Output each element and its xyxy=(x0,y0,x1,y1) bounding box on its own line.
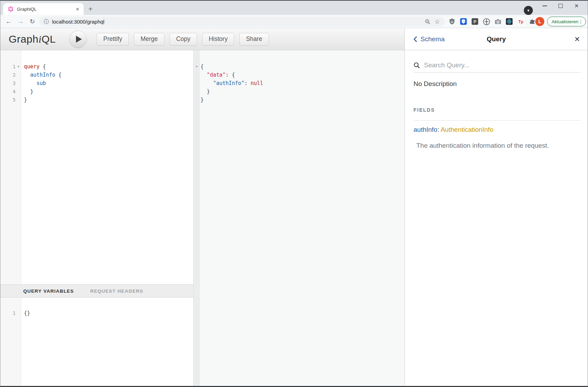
tab-close-icon[interactable]: ✕ xyxy=(76,7,79,12)
field-description: The authentication information of the re… xyxy=(416,142,581,149)
tp-extension-icon[interactable]: Tp xyxy=(517,17,525,26)
doc-field-list: authInfo: AuthenticationInfoThe authenti… xyxy=(414,126,581,158)
field-name-link[interactable]: authInfo xyxy=(414,126,437,133)
code-line: 5} xyxy=(0,96,193,104)
history-button[interactable]: History xyxy=(202,33,234,45)
copy-button[interactable]: Copy xyxy=(170,33,197,45)
url-text[interactable]: localhost:3000/graphql xyxy=(52,19,425,25)
browser-tab-graphiql[interactable]: GraphiQL ✕ xyxy=(3,3,84,15)
code-text: "data": { xyxy=(201,72,235,78)
window-minimize-button[interactable] xyxy=(539,1,551,11)
tab-search-button[interactable]: ▾ xyxy=(524,6,533,15)
graphiql-app: GraphiQL PrettifyMergeCopyHistoryShare 1… xyxy=(0,28,588,386)
tab-request-headers[interactable]: REQUEST HEADERS xyxy=(90,289,143,294)
doc-search-input[interactable] xyxy=(424,61,581,69)
code-line: ▾{ xyxy=(194,62,404,71)
execute-query-button[interactable] xyxy=(69,31,87,48)
query-editor[interactable]: 1▾query {2 authInfo {3 sub4 }5} xyxy=(0,50,193,284)
graphiql-topbar: GraphiQL PrettifyMergeCopyHistoryShare xyxy=(0,28,404,50)
code-line: 3 sub xyxy=(0,79,193,87)
letter-p-extension-icon[interactable]: P xyxy=(471,17,479,26)
line-number: 5 xyxy=(0,97,16,103)
site-info-icon[interactable]: ⓘ xyxy=(44,18,49,25)
line-number: 3 xyxy=(0,80,16,86)
code-text: } xyxy=(24,97,27,103)
address-bar[interactable]: ⓘ localhost:3000/graphql ☆ xyxy=(39,17,445,26)
forward-button[interactable]: → xyxy=(15,15,26,28)
doc-fields-header: FIELDS xyxy=(414,107,435,113)
ublock-shield-icon[interactable]: U xyxy=(448,17,456,26)
line-number: 2 xyxy=(0,72,16,78)
doc-explorer-header: Schema Query ✕ xyxy=(405,28,588,50)
share-button[interactable]: Share xyxy=(239,33,269,45)
svg-text:P: P xyxy=(474,19,476,24)
tab-query-variables[interactable]: QUERY VARIABLES xyxy=(23,289,74,294)
kebab-menu-icon[interactable]: ⋮ xyxy=(578,19,583,24)
bitwarden-shield-icon[interactable] xyxy=(459,17,468,26)
react-devtools-icon[interactable] xyxy=(505,17,513,26)
graphiql-logo: GraphiQL xyxy=(9,33,56,45)
code-text: {} xyxy=(24,310,30,316)
code-line: 4 } xyxy=(0,87,193,96)
code-text: query { xyxy=(24,63,46,70)
close-icon: ✕ xyxy=(574,3,579,9)
line-number: 1 xyxy=(0,310,16,316)
chevron-down-icon: ▾ xyxy=(527,8,529,13)
line-number: 1 xyxy=(0,64,16,69)
fold-arrow-icon[interactable]: ▾ xyxy=(16,62,21,71)
query-variables-editor[interactable]: 1{} xyxy=(0,298,193,386)
play-icon xyxy=(76,36,82,43)
code-line: } xyxy=(194,96,404,104)
browser-toolbar: ← → ↻ ⓘ localhost:3000/graphql ☆ UPTp L … xyxy=(0,15,588,28)
back-button[interactable]: ← xyxy=(3,15,14,28)
code-line: "authInfo": null xyxy=(194,79,404,87)
svg-text:Tp: Tp xyxy=(518,19,523,24)
window-maximize-button[interactable] xyxy=(555,1,566,11)
camera-icon[interactable] xyxy=(494,17,502,26)
fold-arrow-icon[interactable]: ▾ xyxy=(194,62,200,71)
doc-field-entry: authInfo: AuthenticationInfoThe authenti… xyxy=(414,126,581,149)
doc-close-button[interactable]: ✕ xyxy=(574,28,580,50)
doc-explorer-panel: Schema Query ✕ No Description FIELDS aut… xyxy=(404,28,588,386)
doc-fields-divider xyxy=(414,120,581,121)
update-label: Aktualisieren xyxy=(552,19,578,24)
doc-title: Query xyxy=(405,28,588,50)
merge-button[interactable]: Merge xyxy=(134,33,164,45)
code-line: "data": { xyxy=(194,71,404,79)
code-text: { xyxy=(201,63,204,70)
field-type-link[interactable]: AuthenticationInfo xyxy=(441,126,493,133)
code-line: 1{} xyxy=(0,309,193,317)
code-line: 1▾query { xyxy=(0,62,193,71)
extensions-row: UPTp xyxy=(448,15,536,28)
browser-update-button[interactable]: Aktualisieren ⋮ xyxy=(547,17,586,26)
code-line: } xyxy=(194,87,404,96)
toolbar-buttons: PrettifyMergeCopyHistoryShare xyxy=(97,33,269,45)
reload-button[interactable]: ↻ xyxy=(27,15,37,28)
profile-avatar[interactable]: L xyxy=(535,17,544,26)
code-text: } xyxy=(201,88,210,95)
new-tab-button[interactable]: + xyxy=(86,4,95,14)
window-close-button[interactable]: ✕ xyxy=(571,1,582,11)
doc-no-description: No Description xyxy=(414,80,457,88)
line-number: 4 xyxy=(0,89,16,94)
zoom-icon[interactable] xyxy=(425,19,431,25)
bookmark-star-icon[interactable]: ☆ xyxy=(435,18,440,25)
code-text: authInfo { xyxy=(24,72,61,78)
browser-window: GraphiQL ✕ + ▾ ✕ ← → ↻ ⓘ localhost:3000/… xyxy=(0,0,588,387)
doc-search xyxy=(414,58,581,72)
search-icon xyxy=(414,62,420,69)
svg-text:U: U xyxy=(451,20,453,24)
tab-title: GraphiQL xyxy=(17,7,76,12)
result-viewer: ▾{ "data": { "authInfo": null }} xyxy=(193,50,404,386)
tab-strip: GraphiQL ✕ + ▾ ✕ xyxy=(0,1,588,15)
code-text: } xyxy=(24,88,33,95)
move-crosshair-icon[interactable] xyxy=(482,17,491,26)
graphql-favicon-icon xyxy=(8,6,14,12)
minimize-icon xyxy=(543,6,547,6)
prettify-button[interactable]: Prettify xyxy=(97,33,129,45)
close-icon: ✕ xyxy=(574,35,580,43)
field-separator: : xyxy=(437,126,441,133)
code-line: 2 authInfo { xyxy=(0,71,193,79)
maximize-icon xyxy=(559,4,563,8)
code-text: "authInfo": null xyxy=(201,80,263,86)
